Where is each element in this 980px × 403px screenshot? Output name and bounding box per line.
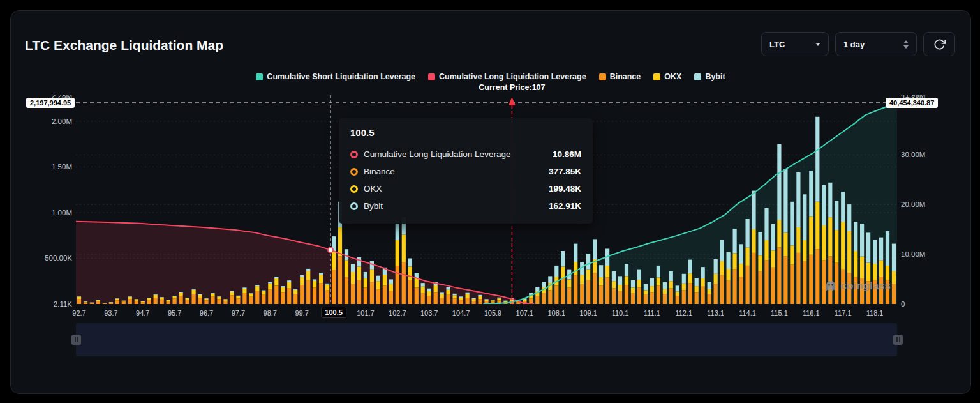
y-axis-label: 1.50M <box>26 163 72 171</box>
bar-okx <box>128 297 132 299</box>
bar-binance <box>472 301 476 304</box>
bar-okx <box>332 252 336 270</box>
bar-binance <box>173 298 177 304</box>
bar-binance <box>115 300 119 304</box>
bar-bybit <box>828 183 832 217</box>
bar-okx <box>835 230 838 263</box>
x-axis-label: 105.9 <box>484 309 502 317</box>
legend-swatch <box>256 73 263 80</box>
x-axis-label: 103.7 <box>420 309 438 317</box>
bar-okx <box>122 301 126 301</box>
bar-okx <box>179 293 183 296</box>
bar-bybit <box>281 286 285 287</box>
bar-okx <box>293 290 297 294</box>
bar-okx <box>198 295 202 298</box>
bar-okx <box>618 285 622 291</box>
bar-okx <box>223 300 227 301</box>
bar-binance <box>351 284 355 305</box>
bar-okx <box>154 295 158 298</box>
bar-bybit <box>777 144 781 220</box>
interval-select[interactable]: 1 day <box>835 32 917 56</box>
bar-binance <box>440 298 444 304</box>
current-price-arrow-icon <box>509 97 516 105</box>
bar-bybit <box>84 301 87 302</box>
bar-okx <box>758 255 762 271</box>
bar-okx <box>605 266 609 278</box>
bar-bybit <box>650 278 654 286</box>
bar-bybit <box>306 269 310 271</box>
bar-bybit <box>727 252 731 270</box>
bar-okx <box>803 240 806 261</box>
bar-binance <box>274 285 278 304</box>
bar-bybit <box>503 301 507 301</box>
bar-binance <box>96 301 100 304</box>
navigator-left-handle[interactable] <box>71 335 81 345</box>
legend-item-long[interactable]: Cumulative Long Liquidation Leverage <box>428 72 586 81</box>
bar-binance <box>516 302 520 304</box>
bar-bybit <box>764 208 768 240</box>
bar-okx <box>663 289 667 294</box>
bar-okx <box>249 294 253 297</box>
bar-bybit <box>657 266 660 278</box>
bar-bybit <box>447 287 450 290</box>
interval-select-value: 1 day <box>843 40 865 49</box>
bar-binance <box>586 280 590 304</box>
bar-bybit <box>771 224 775 251</box>
bar-bybit <box>198 294 202 295</box>
bar-bybit <box>242 287 246 289</box>
bar-okx <box>777 220 781 247</box>
legend-swatch <box>599 73 606 80</box>
bar-okx <box>370 270 374 282</box>
bar-okx <box>752 229 755 253</box>
bar-okx <box>503 301 507 302</box>
bar-okx <box>77 297 81 300</box>
bar-binance <box>466 298 470 304</box>
bar-bybit <box>542 282 546 287</box>
bar-binance <box>574 275 577 304</box>
bar-okx <box>644 291 648 295</box>
bar-bybit <box>122 301 126 301</box>
bar-okx <box>167 300 170 301</box>
bar-bybit <box>472 298 476 299</box>
bar-binance <box>325 291 329 305</box>
x-axis-label: 96.7 <box>200 309 213 317</box>
legend-item-short[interactable]: Cumulative Short Liquidation Leverage <box>256 72 415 81</box>
legend-item-binance[interactable]: Binance <box>599 72 641 81</box>
bar-bybit <box>625 264 628 276</box>
bar-bybit <box>154 294 158 295</box>
bar-okx <box>746 247 750 266</box>
x-axis: 92.793.794.795.796.797.798.799.7100.5101… <box>76 307 897 321</box>
chart-navigator[interactable] <box>76 323 897 356</box>
bar-okx <box>612 281 616 288</box>
bar-bybit <box>574 244 577 262</box>
bar-okx <box>415 278 419 287</box>
bar-bybit <box>803 194 806 240</box>
x-axis-label: 118.1 <box>866 309 884 317</box>
bar-okx <box>625 276 628 285</box>
coinglass-ghost-icon <box>824 280 837 293</box>
bar-binance <box>300 285 304 304</box>
bar-bybit <box>535 287 539 291</box>
legend-label: Bybit <box>705 72 725 81</box>
bar-binance <box>644 295 648 304</box>
current-price-label: Current Price:107 <box>479 83 545 92</box>
bar-binance <box>141 302 145 304</box>
bar-binance <box>160 300 164 304</box>
bar-binance <box>84 302 87 304</box>
series-dot-icon <box>350 151 358 158</box>
bar-binance <box>459 300 463 304</box>
refresh-button[interactable] <box>923 32 955 56</box>
bar-binance <box>122 301 126 304</box>
bar-okx <box>764 240 768 261</box>
symbol-select[interactable]: LTC <box>761 32 829 56</box>
x-axis-label: 92.7 <box>72 309 85 317</box>
navigator-right-handle[interactable] <box>893 335 903 345</box>
bar-okx <box>319 275 323 283</box>
legend-item-okx[interactable]: OKX <box>653 72 681 81</box>
bar-okx <box>637 280 641 287</box>
liquidation-map-card: LTC Exchange Liquidation Map LTC 1 day C… <box>10 10 971 394</box>
chevron-down-icon <box>815 43 820 46</box>
bar-binance <box>708 294 711 304</box>
legend-item-bybit[interactable]: Bybit <box>694 72 725 81</box>
y-axis-left: 2.28M2.00M1.50M1.00M500.00K2.11K <box>26 95 72 314</box>
